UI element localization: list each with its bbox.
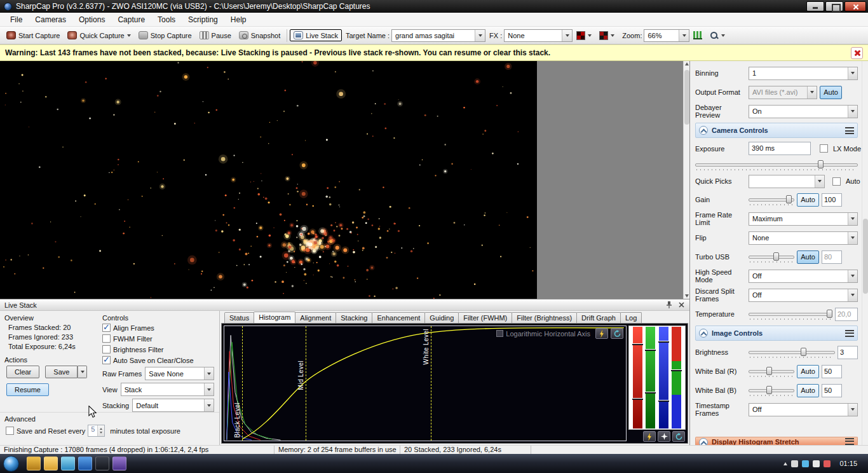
log-axis-checkbox[interactable] xyxy=(496,330,503,337)
turbo-usb-auto-button[interactable]: Auto xyxy=(797,250,819,264)
brightness-filter-checkbox[interactable] xyxy=(102,345,111,353)
camera-controls-header[interactable]: Camera Controls xyxy=(695,123,858,138)
pause-button[interactable]: Pause xyxy=(196,29,235,41)
resume-button[interactable]: Resume xyxy=(6,383,49,396)
menu-capture[interactable]: Capture xyxy=(111,14,151,25)
histogram-plot[interactable]: Black Level Mid Level White Level Logari… xyxy=(224,326,627,441)
chevron-down-icon[interactable] xyxy=(204,399,214,411)
flat-frame-button[interactable] xyxy=(595,29,618,42)
discard-split-frames-dropdown[interactable]: Off xyxy=(749,289,858,302)
chevron-down-icon[interactable] xyxy=(815,175,824,188)
gain-auto-button[interactable]: Auto xyxy=(797,193,819,207)
debayer-preview-dropdown[interactable]: On xyxy=(749,105,858,118)
frame-rate-limit-dropdown[interactable]: Maximum xyxy=(749,212,858,226)
save-button[interactable]: Save xyxy=(45,366,78,378)
dark-frame-button[interactable] xyxy=(573,29,595,42)
panel-scrollbar[interactable] xyxy=(862,61,868,445)
chevron-down-icon[interactable] xyxy=(848,232,857,244)
output-format-auto-button[interactable]: Auto xyxy=(820,86,842,99)
fx-combobox[interactable]: None xyxy=(504,29,573,42)
stretch-bolt-button[interactable] xyxy=(595,328,608,339)
black-level-line[interactable] xyxy=(242,326,243,441)
taskbar-app-4[interactable] xyxy=(112,456,126,470)
white-bal-b-value[interactable]: 50 xyxy=(822,384,842,397)
white-level-line[interactable] xyxy=(431,326,431,441)
save-dropdown-button[interactable] xyxy=(78,366,87,378)
green-channel-bar[interactable] xyxy=(646,327,655,428)
start-capture-button[interactable]: Start Capture xyxy=(3,29,64,41)
red-channel-bar[interactable] xyxy=(633,327,642,428)
tab-filter-brightness[interactable]: Filter (Brightness) xyxy=(512,312,577,323)
hamburger-icon[interactable] xyxy=(845,127,854,134)
taskbar-clock[interactable]: 01:15 xyxy=(834,460,862,467)
brightness-slider[interactable] xyxy=(749,346,835,358)
raw-frames-dropdown[interactable]: Save None xyxy=(145,367,214,380)
rgb-channel-bar[interactable] xyxy=(672,327,681,428)
reset-levels-button[interactable] xyxy=(672,431,685,442)
save-reset-checkbox[interactable] xyxy=(6,427,14,435)
align-frames-checkbox[interactable] xyxy=(102,324,111,332)
slider-thumb[interactable] xyxy=(766,386,772,394)
close-button[interactable] xyxy=(844,1,866,11)
hamburger-icon[interactable] xyxy=(845,438,854,445)
reset-stretch-button[interactable] xyxy=(611,328,623,339)
gain-value[interactable]: 100 xyxy=(822,193,842,207)
chevron-down-icon[interactable] xyxy=(679,30,689,41)
network-icon[interactable] xyxy=(802,460,809,467)
stacking-dropdown[interactable]: Default xyxy=(132,399,214,412)
chevron-down-icon[interactable] xyxy=(562,30,572,41)
flip-dropdown[interactable]: None xyxy=(749,231,858,245)
exposure-input[interactable]: 390 ms xyxy=(749,142,811,155)
tray-expand-icon[interactable] xyxy=(783,462,787,465)
snapshot-button[interactable]: Snapshot xyxy=(235,29,284,41)
maximize-button[interactable] xyxy=(825,1,843,11)
slider-thumb[interactable] xyxy=(827,310,832,318)
scroll-up-icon[interactable] xyxy=(685,62,689,65)
white-bal-b-auto-button[interactable]: Auto xyxy=(797,384,819,397)
auto-stretch-button[interactable] xyxy=(643,431,656,442)
menu-options[interactable]: Options xyxy=(72,14,111,25)
volume-icon[interactable] xyxy=(813,460,820,467)
taskbar-app-3[interactable] xyxy=(95,456,109,470)
output-format-dropdown[interactable]: AVI files (*.avi) xyxy=(749,86,817,99)
mid-level-line[interactable] xyxy=(306,326,306,441)
chevron-down-icon[interactable] xyxy=(848,289,857,301)
display-histogram-stretch-header[interactable]: Display Histogram Stretch xyxy=(695,437,858,445)
start-button[interactable] xyxy=(3,456,19,472)
lx-mode-checkbox[interactable] xyxy=(820,144,828,153)
chevron-down-icon[interactable] xyxy=(204,383,214,395)
star-adjust-button[interactable] xyxy=(658,431,670,442)
tab-status[interactable]: Status xyxy=(224,312,254,323)
image-vertical-scrollbar[interactable] xyxy=(683,61,689,299)
scrollbar-thumb[interactable] xyxy=(863,219,868,294)
tray-icon-2[interactable] xyxy=(824,460,831,467)
exposure-auto-checkbox[interactable] xyxy=(832,177,841,186)
chevron-down-icon[interactable] xyxy=(848,106,857,118)
menu-scripting[interactable]: Scripting xyxy=(182,14,224,25)
menu-cameras[interactable]: Cameras xyxy=(29,14,72,25)
timestamp-frames-dropdown[interactable]: Off xyxy=(749,403,858,416)
binning-dropdown[interactable]: 1 xyxy=(749,67,858,80)
zoom-combobox[interactable]: 66% xyxy=(644,29,689,42)
chevron-down-icon[interactable] xyxy=(475,30,485,41)
menu-tools[interactable]: Tools xyxy=(151,14,182,25)
magnifier-button[interactable] xyxy=(706,29,729,42)
high-speed-mode-dropdown[interactable]: Off xyxy=(749,270,858,283)
star-field-image[interactable] xyxy=(0,61,537,299)
temperature-value[interactable]: 20,0 xyxy=(835,308,858,321)
stop-capture-button[interactable]: Stop Capture xyxy=(135,29,196,41)
tab-log[interactable]: Log xyxy=(620,312,642,323)
temperature-slider[interactable] xyxy=(749,308,832,320)
tab-histogram[interactable]: Histogram xyxy=(254,312,295,323)
blue-channel-bar[interactable] xyxy=(659,327,668,428)
collapse-icon[interactable] xyxy=(699,126,708,135)
menu-file[interactable]: File xyxy=(4,14,29,25)
turbo-usb-value[interactable]: 80 xyxy=(822,250,842,264)
scrollbar-thumb[interactable] xyxy=(684,70,689,125)
tray-icon-1[interactable] xyxy=(791,460,798,467)
close-panel-icon[interactable] xyxy=(676,301,686,310)
turbo-usb-slider[interactable] xyxy=(749,251,794,263)
histogram-tool-button[interactable] xyxy=(689,29,706,41)
menu-help[interactable]: Help xyxy=(224,14,253,25)
folder-icon[interactable] xyxy=(44,456,58,470)
